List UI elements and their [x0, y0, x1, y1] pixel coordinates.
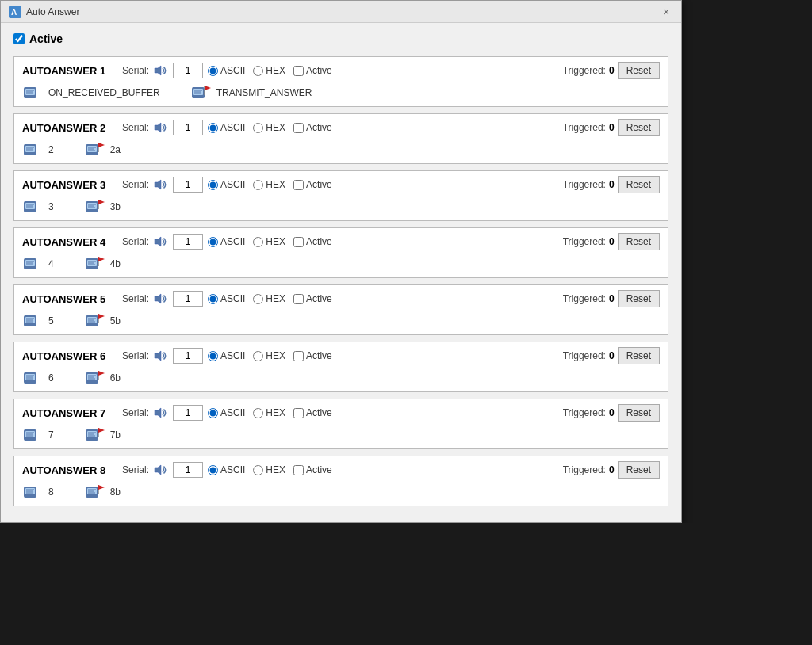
autoanswer-title-1: AUTOANSWER 1	[22, 65, 117, 77]
autoanswer-row2-2: 2 2a	[22, 141, 660, 158]
reset-button-6[interactable]: Reset	[618, 347, 660, 364]
window-content: Active AUTOANSWER 1 Serial: ASCII HEX	[1, 23, 681, 522]
autoanswer-row1-5: AUTOANSWER 5 Serial: ASCII HEX Active	[22, 290, 660, 307]
serial-input-7[interactable]	[173, 405, 203, 421]
hex-label-2: HEX	[266, 122, 285, 133]
autoanswer-block-2: AUTOANSWER 2 Serial: ASCII HEX Active	[13, 113, 668, 164]
hex-radio-7[interactable]	[253, 408, 263, 418]
reset-button-1[interactable]: Reset	[618, 62, 660, 79]
left-script-label-3: 3	[48, 201, 54, 212]
active-checkbox-1[interactable]	[293, 66, 304, 76]
serial-input-8[interactable]	[173, 462, 203, 478]
hex-radio-3[interactable]	[253, 180, 263, 190]
serial-input-5[interactable]	[173, 291, 203, 307]
speaker-icon	[154, 122, 168, 133]
hex-radio-8[interactable]	[253, 465, 263, 475]
hex-radio-item-3: HEX	[253, 179, 285, 190]
active-checkbox-item-3: Active	[293, 179, 332, 190]
ascii-radio-3[interactable]	[208, 180, 218, 190]
active-checkbox-4[interactable]	[293, 237, 304, 247]
ascii-label-6: ASCII	[220, 350, 245, 361]
right-script-label-8: 8b	[110, 487, 121, 498]
autoanswer-title-6: AUTOANSWER 6	[22, 350, 117, 362]
autoanswer-block-3: AUTOANSWER 3 Serial: ASCII HEX Active	[13, 170, 668, 221]
ascii-radio-2[interactable]	[208, 123, 218, 133]
serial-input-4[interactable]	[173, 234, 203, 250]
hex-label-1: HEX	[266, 65, 285, 76]
reset-button-8[interactable]: Reset	[618, 461, 660, 479]
triggered-section-5: Triggered: 0 Reset	[563, 290, 660, 307]
active-checkbox-3[interactable]	[293, 180, 304, 190]
script-icon	[84, 312, 106, 330]
reset-button-7[interactable]: Reset	[618, 404, 660, 422]
ascii-radio-6[interactable]	[208, 351, 218, 361]
hex-radio-item-8: HEX	[253, 464, 285, 475]
serial-input-2[interactable]	[173, 120, 203, 135]
reset-button-5[interactable]: Reset	[618, 290, 660, 307]
triggered-label-3: Triggered:	[563, 179, 606, 190]
speaker-icon	[154, 464, 168, 475]
reset-button-4[interactable]: Reset	[618, 233, 660, 250]
reset-button-3[interactable]: Reset	[618, 176, 660, 193]
active-checkbox-6[interactable]	[293, 351, 304, 361]
triggered-label-1: Triggered:	[563, 65, 606, 76]
svg-marker-54	[155, 294, 161, 303]
script-icon	[22, 369, 44, 387]
active-label-3: Active	[306, 179, 332, 190]
ascii-radio-1[interactable]	[208, 66, 218, 76]
left-script-label-6: 6	[48, 372, 54, 384]
svg-marker-40	[98, 200, 105, 204]
ascii-radio-item-8: ASCII	[208, 464, 245, 475]
active-checkbox-7[interactable]	[293, 408, 304, 418]
autoanswer-row2-6: 6 6b	[22, 369, 660, 387]
triggered-label-6: Triggered:	[563, 350, 606, 361]
svg-marker-92	[98, 428, 105, 433]
serial-label-8: Serial:	[122, 464, 149, 475]
serial-input-3[interactable]	[173, 177, 203, 193]
autoanswer-block-4: AUTOANSWER 4 Serial: ASCII HEX Active	[13, 227, 668, 278]
hex-label-3: HEX	[266, 179, 285, 190]
hex-radio-5[interactable]	[253, 294, 263, 304]
ascii-radio-8[interactable]	[208, 465, 218, 475]
ascii-label-1: ASCII	[220, 65, 245, 76]
hex-label-5: HEX	[266, 293, 285, 304]
script-icon	[190, 84, 213, 101]
right-script-label-2: 2a	[110, 144, 121, 155]
left-script-label-4: 4	[48, 258, 54, 269]
autoanswer-row1-3: AUTOANSWER 3 Serial: ASCII HEX Active	[22, 176, 660, 193]
ascii-radio-5[interactable]	[208, 294, 218, 304]
global-active-row: Active	[13, 32, 668, 45]
hex-radio-2[interactable]	[253, 123, 263, 133]
script-icon	[84, 141, 106, 158]
hex-radio-item-2: HEX	[253, 122, 285, 133]
right-script-item-6: 6b	[84, 369, 121, 387]
left-script-label-1: ON_RECEIVED_BUFFER	[48, 87, 160, 98]
svg-marker-93	[155, 465, 161, 475]
hex-radio-item-6: HEX	[253, 350, 285, 361]
serial-input-6[interactable]	[173, 348, 203, 364]
triggered-value-1: 0	[609, 65, 615, 76]
active-checkbox-item-5: Active	[293, 293, 332, 304]
svg-marker-27	[98, 143, 105, 147]
active-checkbox-8[interactable]	[293, 465, 304, 475]
autoanswer-row2-4: 4 4b	[22, 255, 660, 273]
active-checkbox-5[interactable]	[293, 294, 304, 304]
hex-radio-6[interactable]	[253, 351, 263, 361]
close-button[interactable]: ×	[659, 5, 673, 19]
ascii-radio-7[interactable]	[208, 408, 218, 418]
serial-label-5: Serial:	[122, 293, 149, 304]
left-script-label-7: 7	[48, 429, 54, 441]
active-checkbox-2[interactable]	[293, 123, 304, 133]
right-script-label-4: 4b	[110, 258, 121, 269]
hex-radio-item-1: HEX	[253, 65, 285, 76]
ascii-radio-4[interactable]	[208, 237, 218, 247]
hex-radio-1[interactable]	[253, 66, 263, 76]
autoanswer-row2-7: 7 7b	[22, 426, 660, 444]
radio-group-5: ASCII HEX Active	[208, 293, 332, 304]
triggered-section-6: Triggered: 0 Reset	[563, 347, 660, 364]
global-active-checkbox[interactable]	[13, 33, 25, 44]
reset-button-2[interactable]: Reset	[618, 119, 660, 136]
hex-radio-4[interactable]	[253, 237, 263, 247]
right-script-label-6: 6b	[110, 372, 121, 384]
serial-input-1[interactable]	[173, 63, 203, 78]
